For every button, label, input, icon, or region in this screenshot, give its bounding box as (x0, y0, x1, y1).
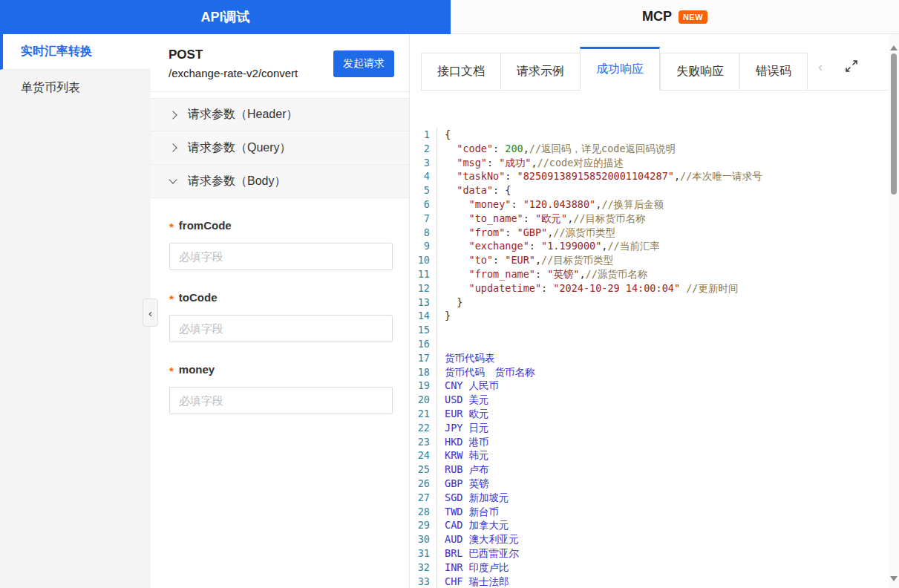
code-line: 21EUR 欧元 (410, 407, 889, 421)
code-line: 5 "data": { (410, 183, 889, 197)
send-request-button[interactable]: 发起请求 (333, 50, 394, 77)
sidebar-item-realtime-rate-convert[interactable]: 实时汇率转换 (0, 34, 151, 70)
section-label: 请求参数（Body） (188, 174, 286, 189)
money-input[interactable] (169, 387, 393, 414)
code-line: 10 "to": "EUR",//目标货币类型 (410, 253, 889, 267)
line-number: 1 (410, 128, 437, 142)
line-number: 13 (410, 295, 437, 310)
scrollbar-thumb[interactable] (891, 53, 897, 195)
tab-mcp[interactable]: MCP NEW (451, 0, 899, 34)
line-number: 26 (410, 477, 437, 491)
scrollbar-track[interactable] (889, 34, 899, 588)
code-text: HKD 港币 (437, 435, 489, 449)
code-line: 9 "exchange": "1.199000",//当前汇率 (410, 239, 889, 253)
tab-fail-response[interactable]: 失败响应 (660, 53, 739, 90)
collapse-sidebar-handle[interactable]: ‹ (143, 298, 158, 327)
section-label: 请求参数（Query） (188, 140, 292, 156)
line-number: 19 (410, 379, 437, 393)
code-text: "money": "120.043880",//换算后金额 (437, 197, 664, 212)
code-line: 22JPY 日元 (410, 421, 889, 435)
code-text: } (437, 309, 451, 323)
line-number: 29 (410, 518, 437, 532)
line-number: 15 (410, 323, 437, 337)
line-number: 21 (410, 407, 437, 421)
code-line: 4 "taskNo": "825091389158520001104287",/… (410, 169, 889, 183)
tab-mcp-label: MCP (642, 9, 672, 24)
code-text: CHF 瑞士法郎 (437, 575, 509, 588)
code-line: 33CHF 瑞士法郎 (410, 575, 889, 588)
fromCode-input[interactable] (169, 243, 393, 270)
code-line: 13 } (410, 295, 889, 310)
code-text: GBP 英镑 (437, 477, 489, 491)
code-line: 29CAD 加拿大元 (410, 518, 889, 532)
fullscreen-icon[interactable] (845, 59, 858, 77)
code-text: "exchange": "1.199000",//当前汇率 (437, 239, 660, 253)
code-text: SGD 新加坡元 (437, 491, 509, 505)
code-text: "code": 200,//返回码，详见code返回码说明 (437, 142, 676, 156)
code-line: 2 "code": 200,//返回码，详见code返回码说明 (410, 142, 889, 156)
code-line: 11 "from_name": "英镑",//源货币名称 (410, 267, 889, 281)
toCode-input[interactable] (169, 315, 393, 342)
tab-error-codes[interactable]: 错误码 (739, 53, 808, 90)
field-name: money (179, 363, 215, 376)
field-name: toCode (179, 291, 218, 304)
code-text: "to": "EUR",//目标货币类型 (437, 253, 613, 267)
tab-api-debug-label: API调试 (200, 8, 249, 26)
code-text: "taskNo": "825091389158520001104287",//本… (437, 169, 762, 183)
line-number: 28 (410, 505, 437, 519)
scrollbar-down-arrow-icon[interactable] (890, 576, 898, 581)
code-line: 7 "to_name": "欧元",//目标货币名称 (410, 212, 889, 226)
tab-request-example[interactable]: 请求示例 (500, 53, 580, 90)
tab-success-response[interactable]: 成功响应 (580, 47, 660, 91)
endpoint-info: POST /exchange-rate-v2/convert (169, 48, 298, 79)
line-number: 30 (410, 532, 437, 546)
line-number: 20 (410, 393, 437, 407)
line-number: 27 (410, 491, 437, 505)
code-text: { (437, 128, 451, 142)
line-number: 17 (410, 351, 437, 365)
code-line: 24KRW 韩元 (410, 448, 889, 463)
endpoint-path: /exchange-rate-v2/convert (169, 67, 298, 79)
code-line: 14} (410, 309, 889, 323)
code-text: CAD 加拿大元 (437, 518, 509, 532)
tab-api-debug[interactable]: API调试 (0, 0, 451, 34)
code-text: "updatetime": "2024-10-29 14:00:04" //更新… (437, 281, 738, 295)
code-text: "from": "GBP",//源货币类型 (437, 226, 615, 240)
code-text: RUB 卢布 (437, 463, 489, 477)
code-line: 25RUB 卢布 (410, 463, 889, 477)
line-number: 2 (410, 142, 437, 156)
code-line: 17货币代码表 (410, 351, 889, 365)
field-label: *toCode (169, 290, 393, 305)
line-number: 6 (410, 197, 437, 212)
code-line: 28TWD 新台币 (410, 505, 889, 519)
section-label: 请求参数（Header） (188, 107, 298, 122)
code-text: AUD 澳大利亚元 (437, 532, 519, 546)
section-query[interactable]: 请求参数（Query） (151, 131, 409, 165)
required-star-icon: * (169, 220, 174, 233)
code-line: 15 (410, 323, 889, 337)
field-label: *fromCode (169, 218, 393, 233)
code-text: 货币代码表 (437, 351, 495, 365)
line-number: 9 (410, 239, 437, 253)
code-text: TWD 新台币 (437, 505, 499, 519)
scrollbar-up-arrow-icon[interactable] (890, 45, 898, 50)
code-line: 31BRL 巴西雷亚尔 (410, 546, 889, 561)
line-number: 23 (410, 435, 437, 449)
code-line: 26GBP 英镑 (410, 477, 889, 491)
new-badge: NEW (679, 10, 707, 24)
code-line: 19CNY 人民币 (410, 379, 889, 393)
section-header[interactable]: 请求参数（Header） (151, 98, 409, 131)
sidebar-item-single-currency-list[interactable]: 单货币列表 (0, 70, 151, 105)
http-method: POST (169, 48, 298, 62)
code-text: BRL 巴西雷亚尔 (437, 546, 519, 561)
line-number: 12 (410, 281, 437, 295)
tab-docs[interactable]: 接口文档 (421, 53, 500, 90)
code-line: 1{ (410, 128, 889, 142)
main-area: 实时汇率转换单货币列表 POST /exchange-rate-v2/conve… (0, 34, 899, 588)
required-star-icon: * (169, 365, 174, 377)
section-body[interactable]: 请求参数（Body） (151, 165, 409, 198)
code-line: 8 "from": "GBP",//源货币类型 (410, 226, 889, 240)
field-name: fromCode (179, 219, 232, 232)
line-number: 5 (410, 183, 437, 197)
pager-prev-icon[interactable]: ‹ (818, 59, 823, 78)
